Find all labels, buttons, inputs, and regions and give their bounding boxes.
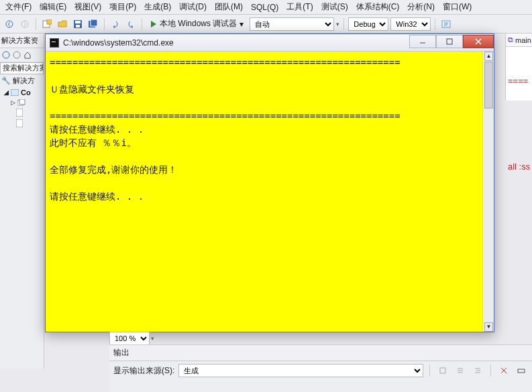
out-btn-3[interactable]	[471, 364, 484, 377]
out-btn-2[interactable]	[454, 364, 467, 377]
output-panel: 输出 显示输出来源(S): 生成	[109, 344, 532, 392]
svg-point-10	[3, 52, 9, 58]
play-icon	[150, 21, 157, 27]
project-icon	[11, 89, 19, 96]
cmd-titlebar[interactable]: C:\windows\system32\cmd.exe	[46, 34, 494, 52]
toolbar: 本地 Windows 调试器 ▾ 自动 ▾ Debug Win32	[0, 15, 532, 34]
scroll-thumb[interactable]	[484, 62, 493, 109]
tree-project[interactable]: ◢ Co	[0, 87, 44, 98]
tree-root-label: 解决方	[13, 76, 35, 86]
tree-root[interactable]: 🔧 解决方	[0, 74, 44, 87]
svg-rect-19	[518, 369, 525, 373]
minimize-button[interactable]	[409, 35, 436, 48]
references-icon	[17, 99, 25, 106]
cmd-scrollbar[interactable]: ▲ ▼	[482, 52, 494, 332]
svg-rect-3	[47, 19, 52, 24]
close-button[interactable]	[463, 35, 494, 48]
chevron-down-icon: ▾	[240, 19, 244, 29]
separator	[490, 365, 491, 377]
menu-project[interactable]: 项目(P)	[105, 0, 140, 14]
config-platform-select[interactable]: Win32	[390, 17, 431, 31]
file-icon	[16, 109, 23, 117]
save-all-button[interactable]	[87, 17, 100, 31]
collapse-icon: ◢	[4, 89, 9, 96]
nav-fwd-button[interactable]	[18, 17, 32, 31]
editor-pane: ⧉ main ==== all :ss \	[505, 34, 532, 101]
menu-team[interactable]: 团队(M)	[211, 0, 247, 14]
clear-all-button[interactable]	[497, 364, 511, 377]
cmd-output: ========================================…	[46, 52, 482, 332]
separator	[142, 18, 142, 30]
file-icon	[16, 119, 23, 127]
out-btn-1[interactable]	[436, 364, 449, 377]
home-icon[interactable]	[1, 50, 11, 60]
tree-item[interactable]: ▷	[0, 98, 44, 107]
svg-rect-8	[91, 19, 97, 26]
menu-build[interactable]: 生成(B)	[140, 0, 175, 14]
menu-edit[interactable]: 编辑(E)	[36, 0, 70, 14]
wrench-icon: 🔧	[1, 76, 11, 85]
separator	[343, 18, 344, 30]
chevron-down-icon: ▾	[336, 21, 339, 27]
new-project-button[interactable]	[40, 17, 54, 31]
svg-rect-17	[447, 39, 452, 44]
separator	[104, 18, 105, 30]
extensions-button[interactable]	[439, 17, 453, 31]
menu-test[interactable]: 测试(S)	[317, 0, 352, 14]
zoom-select[interactable]: 100 %	[109, 332, 150, 345]
explorer-toolbar	[0, 48, 44, 62]
menu-analyze[interactable]: 分析(N)	[403, 0, 439, 14]
menu-bar: 文件(F) 编辑(E) 视图(V) 项目(P) 生成(B) 调试(D) 团队(M…	[0, 0, 532, 15]
svg-rect-16	[16, 119, 23, 127]
code-line: all :ss \	[506, 159, 532, 172]
cmd-window: C:\windows\system32\cmd.exe ============…	[45, 34, 494, 332]
scroll-up-icon[interactable]: ▲	[484, 52, 493, 61]
svg-point-0	[6, 21, 13, 27]
undo-button[interactable]	[109, 17, 122, 31]
redo-button[interactable]	[124, 17, 138, 31]
toggle-wrap-button[interactable]	[515, 364, 528, 377]
menu-sql[interactable]: SQL(Q)	[247, 1, 282, 13]
nav-back-button[interactable]	[3, 17, 16, 31]
refresh-icon[interactable]	[12, 50, 21, 60]
tree-item[interactable]	[0, 107, 44, 118]
config-mode-select[interactable]: Debug	[348, 17, 388, 31]
cmd-title-text: C:\windows\system32\cmd.exe	[63, 38, 409, 48]
menu-arch[interactable]: 体系结构(C)	[352, 0, 404, 14]
menu-tools[interactable]: 工具(T)	[282, 0, 317, 14]
svg-rect-6	[76, 25, 80, 27]
cpp-icon: ⧉	[508, 36, 513, 44]
output-source-select[interactable]: 生成	[178, 364, 423, 377]
menu-view[interactable]: 视图(V)	[70, 0, 105, 14]
svg-point-1	[21, 21, 28, 27]
save-button[interactable]	[71, 17, 85, 31]
output-title: 输出	[109, 345, 532, 361]
house-icon[interactable]	[23, 50, 32, 60]
editor-tab[interactable]: ⧉ main	[506, 34, 532, 47]
search-solution-input[interactable]: 搜索解决方案	[0, 62, 44, 74]
scroll-down-icon[interactable]: ▼	[484, 322, 493, 332]
svg-rect-12	[11, 89, 19, 96]
svg-rect-18	[440, 368, 445, 373]
separator	[36, 18, 36, 30]
output-source-label: 显示输出来源(S):	[113, 365, 174, 377]
svg-rect-5	[75, 21, 81, 23]
menu-window[interactable]: 窗口(W)	[439, 0, 476, 14]
svg-rect-15	[16, 109, 23, 117]
tree-item[interactable]	[0, 118, 44, 129]
separator	[435, 18, 435, 30]
menu-file[interactable]: 文件(F)	[1, 0, 36, 14]
start-debug-button[interactable]: 本地 Windows 调试器 ▾	[146, 17, 248, 31]
separator	[429, 365, 430, 377]
cmd-icon	[50, 38, 59, 48]
solution-explorer: 解决方案资 搜索解决方案 🔧 解决方 ◢ Co ▷	[0, 34, 44, 369]
editor-tab-label: main	[515, 36, 531, 44]
config-auto-select[interactable]: 自动	[250, 17, 334, 31]
expand-icon: ▷	[11, 99, 15, 106]
menu-debug[interactable]: 调试(D)	[175, 0, 211, 14]
open-button[interactable]	[56, 17, 69, 31]
chevron-down-icon: ▾	[151, 335, 154, 342]
project-label: Co	[21, 88, 31, 96]
pane-title: 解决方案资	[0, 34, 44, 48]
maximize-button[interactable]	[436, 35, 463, 48]
